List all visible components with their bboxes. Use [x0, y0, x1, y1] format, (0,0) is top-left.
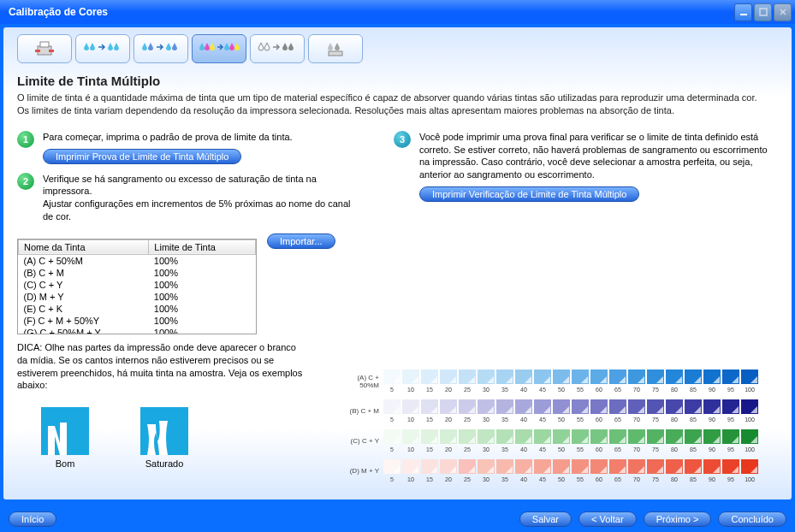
example-saturated-image: [140, 407, 188, 455]
swatch: [402, 399, 419, 414]
swatch-row-label: (D) M + Y: [341, 467, 383, 475]
swatch: [534, 369, 551, 384]
toolbar: [17, 34, 778, 63]
settings-icon: [325, 39, 346, 58]
swatch-value: 50: [558, 476, 565, 482]
table-header-name[interactable]: Nome da Tinta: [19, 239, 149, 254]
swatch: [666, 459, 683, 474]
swatch-value: 20: [445, 417, 452, 423]
table-header-limit[interactable]: Limite de Tinta: [149, 239, 256, 254]
step-badge-2: 2: [17, 173, 34, 190]
print-proof-button[interactable]: Imprimir Prova de Limite de Tinta Múltip…: [43, 149, 241, 164]
save-button[interactable]: Salvar: [519, 511, 572, 527]
swatch: [628, 429, 645, 444]
start-button[interactable]: Início: [9, 511, 56, 527]
tip-text: DICA: Olhe nas partes da impressão onde …: [17, 341, 308, 392]
window-title: Calibração de Cores: [3, 6, 734, 18]
import-button[interactable]: Importar...: [267, 233, 335, 249]
tab-drops-1[interactable]: [75, 34, 130, 63]
table-row[interactable]: (D) M + Y100%: [19, 291, 256, 303]
table-row[interactable]: (C) C + Y100%: [19, 279, 256, 291]
swatch-value: 55: [577, 446, 584, 452]
swatch: [685, 399, 702, 414]
example-good-label: Bom: [41, 458, 89, 469]
maximize-button: [754, 3, 772, 21]
swatch: [478, 369, 495, 384]
tab-drops-2[interactable]: [133, 34, 188, 63]
swatch-value: 45: [539, 387, 546, 393]
swatch-value: 25: [464, 387, 471, 393]
close-button: [774, 3, 792, 21]
swatch: [534, 399, 551, 414]
swatch-value: 15: [426, 446, 433, 452]
swatch: [478, 429, 495, 444]
step-1-text: Para começar, imprima o padrão de prova …: [43, 131, 359, 144]
swatch: [741, 429, 758, 444]
ink-name: (E) C + K: [19, 303, 149, 315]
swatch-value: 80: [671, 387, 678, 393]
table-row[interactable]: (A) C + 50%M100%: [19, 254, 256, 267]
table-row[interactable]: (E) C + K100%: [19, 303, 256, 315]
swatch: [703, 369, 721, 384]
next-button[interactable]: Próximo >: [644, 511, 712, 527]
swatch-value: 80: [671, 417, 678, 423]
print-verify-button[interactable]: Imprimir Verificação de Limite de Tinta …: [419, 186, 639, 202]
tab-drops-cmyk[interactable]: [192, 34, 246, 63]
swatch-value: 60: [596, 387, 602, 393]
swatch-value: 70: [633, 476, 640, 482]
swatch-value: 75: [652, 446, 659, 452]
swatch-value: 85: [690, 446, 697, 452]
tab-printer[interactable]: [17, 34, 72, 63]
swatch: [421, 459, 438, 474]
swatch: [459, 459, 476, 474]
swatch-value: 90: [709, 387, 715, 393]
swatch-value: 10: [407, 387, 414, 393]
swatch-value: 40: [520, 387, 527, 393]
tab-drops-gray[interactable]: [250, 34, 305, 63]
swatch-row: (B) C + M5101520253035404550556065707580…: [341, 399, 778, 423]
swatch: [609, 459, 626, 474]
swatch: [590, 429, 608, 444]
back-button[interactable]: < Voltar: [578, 511, 637, 527]
swatch: [722, 429, 739, 444]
swatch-value: 15: [426, 417, 433, 423]
swatch: [534, 459, 551, 474]
swatch-value: 25: [464, 417, 471, 423]
swatch-value: 5: [390, 476, 394, 482]
swatch-value: 95: [727, 387, 734, 393]
swatch: [572, 459, 589, 474]
swatch: [609, 369, 626, 384]
swatch-value: 75: [652, 476, 659, 482]
swatch: [741, 459, 758, 474]
swatch: [478, 459, 495, 474]
swatch-value: 55: [577, 476, 584, 482]
swatch-value: 35: [501, 446, 508, 452]
swatch-value: 80: [671, 476, 678, 482]
swatch-value: 70: [633, 446, 640, 452]
minimize-button[interactable]: [734, 3, 752, 21]
done-button[interactable]: Concluído: [718, 511, 786, 527]
swatch-value: 80: [671, 446, 678, 452]
swatch: [383, 459, 400, 474]
swatch-value: 75: [652, 417, 659, 423]
swatch-preview: (A) C + 50%M5101520253035404550556065707…: [341, 369, 778, 489]
swatch: [383, 399, 400, 414]
table-row[interactable]: (B) C + M100%: [19, 267, 256, 279]
page-title: Limite de Tinta Múltiplo: [17, 74, 778, 88]
drops-icon-1: [81, 39, 124, 58]
swatch-value: 50: [558, 417, 565, 423]
swatch: [647, 399, 664, 414]
swatch: [647, 459, 664, 474]
ink-limit: 100%: [149, 315, 256, 327]
swatch-value: 30: [483, 417, 489, 423]
table-row[interactable]: (F) C + M + 50%Y100%: [19, 315, 256, 327]
tab-settings[interactable]: [308, 34, 363, 63]
table-row[interactable]: (G) C + 50%M + Y100%: [19, 327, 256, 334]
swatch-value: 100: [745, 387, 755, 393]
swatch: [478, 399, 495, 414]
swatch: [590, 399, 608, 414]
ink-table[interactable]: Nome da Tinta Limite de Tinta (A) C + 50…: [17, 239, 257, 334]
swatch: [703, 459, 721, 474]
swatch: [741, 399, 758, 414]
drops-gray-icon: [256, 39, 299, 58]
